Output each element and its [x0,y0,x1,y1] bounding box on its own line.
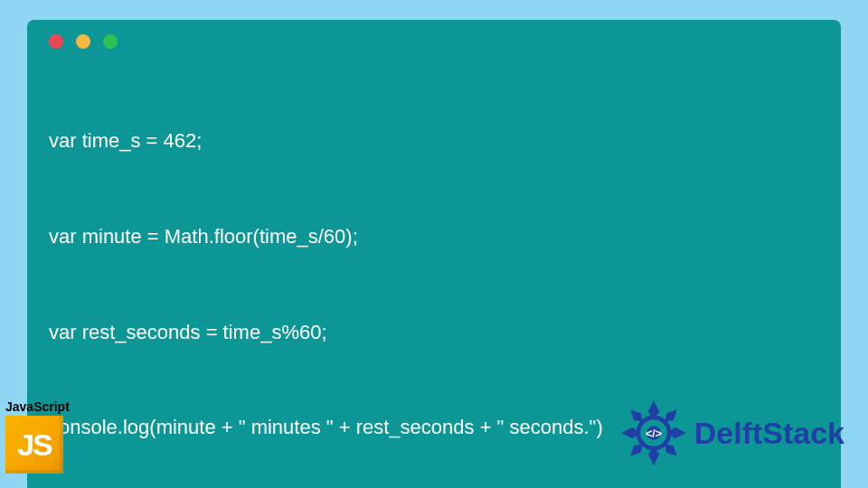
brand-logo: </> DelftStack [618,398,844,468]
minimize-icon [76,34,90,49]
svg-marker-8 [665,444,676,455]
gear-diamond-icon: </> [618,398,689,468]
svg-marker-7 [630,444,642,455]
javascript-logo-icon: JS [5,416,63,474]
javascript-logo-text: JS [17,427,52,463]
window-controls [49,34,819,49]
code-line: var time_s = 462; [49,125,819,156]
svg-marker-5 [630,409,642,421]
javascript-label: JavaScript [5,399,78,414]
close-icon [49,34,63,49]
brand-name: DelftStack [694,416,844,451]
code-line: var rest_seconds = time_s%60; [49,316,819,348]
svg-text:</>: </> [646,427,662,440]
maximize-icon [103,34,118,49]
svg-marker-6 [665,409,676,421]
code-line: var minute = Math.floor(time_s/60); [49,221,819,252]
javascript-badge: JavaScript JS [5,399,78,474]
